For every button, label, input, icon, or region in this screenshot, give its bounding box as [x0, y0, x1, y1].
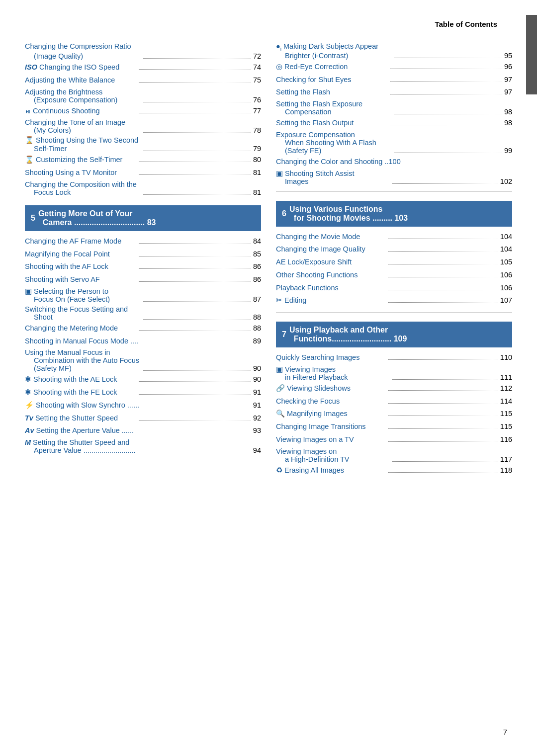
- list-item: ⌛ Customizing the Self-Timer 80: [25, 155, 261, 166]
- list-item: Changing the Metering Mode 88: [25, 323, 261, 334]
- list-item: Checking the Focus 114: [276, 396, 512, 407]
- two-column-layout: Changing the Compression Ratio (Image Qu…: [25, 42, 512, 478]
- list-item: Switching the Focus Setting and Shoot 88: [25, 305, 261, 321]
- list-item: ▣ Shooting Stitch Assist Images 102: [276, 169, 512, 185]
- header: Table of Contents: [25, 20, 512, 28]
- list-item: ●i Making Dark Subjects Appear Brighter …: [276, 42, 512, 60]
- list-item: ✱ Shooting with the FE Lock 91: [25, 387, 261, 398]
- section-5-title: Getting More Out of Your Camera ........…: [38, 209, 156, 227]
- list-item: Shooting in Manual Focus Mode .... 89: [25, 336, 261, 347]
- header-title: Table of Contents: [435, 20, 497, 28]
- list-item: Changing the Color and Shooting ..100: [276, 157, 512, 168]
- side-tab: [526, 15, 537, 94]
- page-number: 7: [503, 728, 507, 736]
- section-7-header: 7 Using Playback and Other Functions....…: [276, 322, 512, 347]
- list-item: Changing the Composition with the Focus …: [25, 180, 261, 196]
- page-container: Table of Contents Changing the Compressi…: [0, 0, 537, 756]
- list-item: ✱ Shooting with the AE Lock 90: [25, 374, 261, 385]
- list-item: Adjusting the White Balance 75: [25, 75, 261, 86]
- list-item: Playback Functions 106: [276, 283, 512, 294]
- list-item: Exposure Compensation When Shooting With…: [276, 131, 512, 155]
- list-item: AE Lock/Exposure Shift 105: [276, 257, 512, 268]
- divider: [276, 191, 512, 192]
- list-item: Changing the Image Quality 104: [276, 244, 512, 255]
- section-5-header: 5 Getting More Out of Your Camera ......…: [25, 205, 261, 231]
- list-item: Shooting with the AF Lock 86: [25, 261, 261, 272]
- list-item: Setting the Flash Exposure Compensation …: [276, 100, 512, 116]
- list-item: ISO Changing the ISO Speed 74: [25, 62, 261, 73]
- list-item: 🔗 Viewing Slideshows 112: [276, 383, 512, 394]
- list-item: M Setting the Shutter Speed and Aperture…: [25, 438, 261, 454]
- section-5-number: 5: [31, 214, 35, 223]
- list-item: ⏯ Continuous Shooting 77: [25, 106, 261, 117]
- section-6-header: 6 Using Various Functions for Shooting M…: [276, 201, 512, 227]
- list-item: ✂ Editing 107: [276, 295, 512, 306]
- list-item: Setting the Flash Output 98: [276, 118, 512, 129]
- list-item: Shooting with Servo AF 86: [25, 274, 261, 285]
- list-item: Other Shooting Functions 106: [276, 270, 512, 281]
- list-item: Magnifying the Focal Point 85: [25, 249, 261, 260]
- list-item: Shooting Using a TV Monitor 81: [25, 168, 261, 178]
- list-item: Changing the Movie Mode 104: [276, 232, 512, 243]
- list-item: Changing the Tone of an Image (My Colors…: [25, 118, 261, 134]
- left-column: Changing the Compression Ratio (Image Qu…: [25, 42, 261, 478]
- list-item: Using the Manual Focus in Combination wi…: [25, 348, 261, 372]
- list-item: ⚡ Shooting with Slow Synchro ...... 91: [25, 400, 261, 411]
- list-item: Adjusting the Brightness (Exposure Compe…: [25, 88, 261, 104]
- list-item: ⌛ Shooting Using the Two Second Self-Tim…: [25, 136, 261, 153]
- divider-2: [276, 312, 512, 313]
- list-item: Viewing Images on a TV 116: [276, 434, 512, 445]
- section-7-title: Using Playback and Other Functions......…: [289, 326, 407, 343]
- list-item: Changing the AF Frame Mode 84: [25, 236, 261, 247]
- list-item: Changing Image Transitions 115: [276, 421, 512, 432]
- list-item: Viewing Images on a High-Definition TV 1…: [276, 447, 512, 463]
- list-item: Quickly Searching Images 110: [276, 352, 512, 363]
- section-6-title: Using Various Functions for Shooting Mov…: [289, 205, 408, 223]
- list-item: Tv Setting the Shutter Speed 92: [25, 413, 261, 424]
- section-6-number: 6: [282, 209, 286, 218]
- list-item: ♻ Erasing All Images 118: [276, 465, 512, 476]
- list-item: ◎ Red-Eye Correction 96: [276, 62, 512, 73]
- list-item: Setting the Flash 97: [276, 87, 512, 98]
- list-item: Changing the Compression Ratio (Image Qu…: [25, 42, 261, 60]
- list-item: Av Setting the Aperture Value ...... 93: [25, 425, 261, 436]
- section-7-number: 7: [282, 330, 286, 339]
- list-item: ▣ Viewing Images in Filtered Playback 11…: [276, 365, 512, 381]
- right-column: ●i Making Dark Subjects Appear Brighter …: [276, 42, 512, 478]
- list-item: ▣ Selecting the Person to Focus On (Face…: [25, 287, 261, 303]
- list-item: Checking for Shut Eyes 97: [276, 75, 512, 85]
- list-item: 🔍 Magnifying Images 115: [276, 409, 512, 420]
